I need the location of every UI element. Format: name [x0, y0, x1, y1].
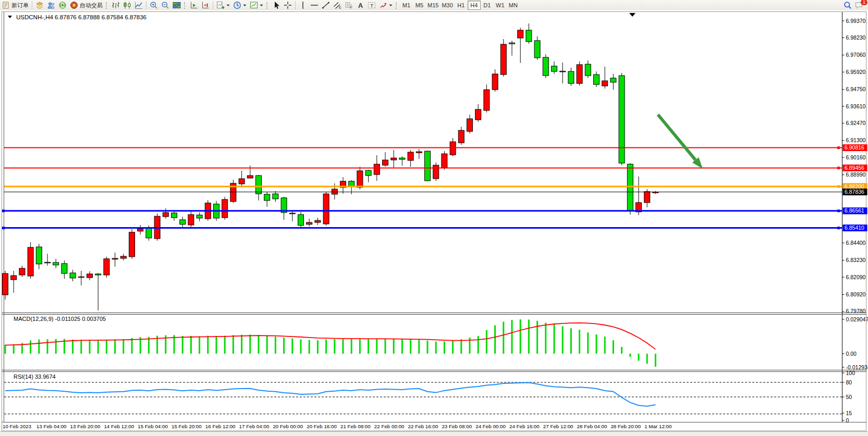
- timeframe-button-h4[interactable]: H4: [468, 1, 481, 10]
- notification-badge: 1: [861, 0, 867, 5]
- toolbar-grip: [266, 2, 268, 9]
- candle-body: [585, 64, 591, 76]
- line-handle[interactable]: [837, 209, 840, 212]
- candle-body: [70, 273, 76, 278]
- indicators-icon: [216, 1, 225, 9]
- line-handle[interactable]: [837, 185, 840, 188]
- horizontal-line-button[interactable]: [309, 1, 320, 10]
- new-order-button[interactable]: 新订单: [0, 1, 30, 10]
- zoom-in-button[interactable]: [148, 1, 160, 10]
- bar-chart-button[interactable]: [110, 1, 121, 10]
- candle-body: [129, 232, 135, 257]
- fibonacci-button[interactable]: F: [343, 1, 354, 10]
- candle-body: [484, 90, 490, 110]
- main-toolbar: 新订单 自动交易 E F A T M1M5M15M30H1H4D1W1MN 1: [0, 0, 868, 11]
- time-tick-label: 15 Feb 20:00: [172, 423, 202, 429]
- candle-chart-button[interactable]: [121, 1, 133, 10]
- periods-button[interactable]: [231, 1, 248, 10]
- candle-body: [307, 222, 312, 225]
- equidistant-channel-button[interactable]: E: [332, 1, 343, 10]
- price-tick-label: 6.93610: [846, 103, 866, 109]
- rsi-tick-label: 80: [846, 379, 852, 385]
- candle-body: [433, 165, 439, 179]
- workspace-button[interactable]: [34, 1, 45, 10]
- channel-icon: E: [333, 1, 341, 9]
- timeframe-button-m30[interactable]: M30: [440, 1, 454, 10]
- candle-body: [416, 152, 422, 153]
- candle-body: [138, 229, 143, 231]
- arrows-button[interactable]: [377, 1, 394, 10]
- timeframe-button-d1[interactable]: D1: [481, 1, 494, 10]
- text-button[interactable]: A: [354, 1, 366, 10]
- chevron-down-icon: [260, 1, 263, 9]
- fibonacci-icon: F: [345, 1, 353, 9]
- auto-scroll-button[interactable]: [188, 1, 200, 10]
- signals-button[interactable]: [57, 1, 68, 10]
- candle-body: [610, 78, 616, 82]
- candle-body: [180, 220, 186, 225]
- arrows-icon: [379, 1, 387, 9]
- price-tick-label: 6.84400: [846, 240, 866, 246]
- candle-body: [399, 158, 405, 159]
- time-tick-label: 22 Feb 16:00: [408, 423, 438, 429]
- candle-body: [518, 30, 523, 38]
- candle-body: [644, 192, 650, 203]
- status-bar: [0, 432, 868, 436]
- auto-trading-button[interactable]: 自动交易: [68, 1, 104, 10]
- price-tick-label: 6.97060: [846, 52, 866, 58]
- time-tick-label: 28 Feb 20:00: [610, 423, 641, 429]
- candle-body: [543, 57, 548, 76]
- candle-body: [509, 43, 515, 44]
- tile-windows-button[interactable]: [171, 1, 182, 10]
- candle-body: [298, 215, 304, 226]
- chart-title: USDCNH-,H4 6.87876 6.87888 6.87584 6.878…: [16, 14, 146, 20]
- line-handle[interactable]: [837, 167, 840, 169]
- zoom-out-button[interactable]: [160, 1, 171, 10]
- candle-body: [19, 268, 25, 275]
- timeframe-button-mn[interactable]: MN: [507, 1, 520, 10]
- candle-body: [95, 274, 101, 275]
- candle-body: [560, 71, 566, 72]
- text-label-button[interactable]: T: [366, 1, 377, 10]
- price-tick-label: 6.98230: [846, 34, 866, 41]
- trendline-icon: [322, 1, 330, 9]
- trendline-button[interactable]: [320, 1, 332, 10]
- chart-shift-icon: [201, 1, 210, 9]
- chart-shift-button[interactable]: [200, 1, 211, 10]
- market-watch-button[interactable]: [45, 1, 57, 10]
- crosshair-button[interactable]: [282, 1, 294, 10]
- line-handle[interactable]: [2, 209, 5, 212]
- indicators-button[interactable]: [215, 1, 231, 10]
- candle-body: [568, 71, 574, 83]
- timeframe-button-h1[interactable]: H1: [455, 1, 468, 10]
- line-chart-button[interactable]: [133, 1, 144, 10]
- line-handle[interactable]: [837, 227, 840, 229]
- time-tick-label: 21 Feb 08:00: [340, 423, 371, 429]
- cursor-button[interactable]: [271, 1, 282, 10]
- timeframe-button-w1[interactable]: W1: [494, 1, 507, 10]
- candle-body: [365, 170, 371, 176]
- templates-button[interactable]: [248, 1, 265, 10]
- line-handle[interactable]: [2, 227, 5, 229]
- timeframe-button-m1[interactable]: M1: [400, 1, 413, 10]
- time-tick-label: 22 Feb 00:00: [374, 423, 405, 429]
- time-tick-label: 10 Feb 2023: [3, 423, 32, 429]
- macd-tick-label: 0.029047: [846, 316, 868, 322]
- text-label-icon: T: [368, 1, 376, 9]
- price-line-label: 6.90816: [845, 144, 864, 151]
- timeframe-button-m5[interactable]: M5: [413, 1, 426, 10]
- zoom-in-icon: [150, 1, 158, 9]
- timeframe-button-m15[interactable]: M15: [426, 1, 440, 10]
- auto-trading-icon: [70, 1, 78, 9]
- users-icon: [47, 1, 55, 9]
- search-button[interactable]: [842, 1, 853, 10]
- candle-body: [104, 259, 109, 275]
- price-chart[interactable]: 6.993706.982306.970606.959206.947506.936…: [0, 10, 868, 436]
- line-handle[interactable]: [837, 146, 840, 149]
- toolbar-grip: [396, 2, 398, 9]
- candle-body: [11, 276, 17, 280]
- vertical-line-button[interactable]: [297, 1, 309, 10]
- time-tick-label: 17 Feb 04:00: [239, 423, 270, 429]
- auto-trading-label: 自动交易: [80, 2, 103, 9]
- time-tick-label: 15 Feb 04:00: [138, 423, 168, 429]
